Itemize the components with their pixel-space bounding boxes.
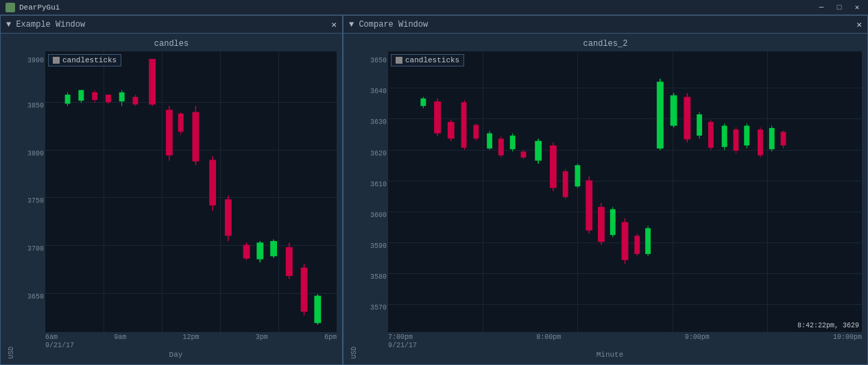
minimize-button[interactable]: ─ [816, 3, 827, 12]
svg-rect-19 [192, 112, 199, 162]
svg-rect-83 [708, 122, 714, 148]
app-icon [5, 3, 15, 12]
left-chart-container: candles USD 3900 3850 3800 3750 3700 365… [1, 34, 342, 364]
y-tick-3640: 3640 [370, 88, 387, 95]
right-x-tick-900pm: 9:00pm [685, 333, 710, 341]
right-y-axis: 3650 3640 3630 3620 3610 3600 3590 3580 … [358, 51, 388, 332]
example-window-close[interactable]: ✕ [331, 19, 337, 30]
svg-rect-41 [448, 122, 455, 138]
svg-rect-55 [535, 141, 542, 161]
y-tick-3600: 3600 [370, 212, 387, 219]
svg-rect-61 [575, 165, 580, 186]
left-x-date: 9/21/17 [45, 342, 74, 349]
left-x-label: Day [15, 351, 337, 359]
left-x-axis: 6am 9am 12pm 3pm 6pm [15, 332, 337, 341]
svg-rect-79 [684, 97, 690, 139]
example-window-titlebar: ▼ Example Window ✕ [1, 16, 342, 34]
y-tick-3630: 3630 [370, 118, 387, 126]
svg-rect-1 [65, 95, 71, 103]
left-x-date-row: 9/21/17 . [15, 342, 337, 349]
svg-rect-73 [645, 228, 651, 254]
svg-rect-45 [473, 125, 479, 138]
right-x-tick-700pm: 7:00pm [388, 333, 413, 341]
svg-rect-53 [520, 151, 526, 158]
y-tick-3800: 3800 [27, 150, 44, 158]
compare-window-titlebar: ▼ Compare Window ✕ [343, 16, 867, 34]
right-x-axis: 7:00pm 8:00pm 9:00pm 10:00pm [358, 332, 862, 341]
svg-rect-9 [119, 92, 125, 101]
left-y-axis: 3900 3850 3800 3750 3700 3650 [15, 51, 45, 332]
maximize-button[interactable]: □ [834, 3, 845, 12]
main-area: ▼ Example Window ✕ candles USD 3900 3850… [0, 15, 868, 365]
svg-rect-69 [622, 222, 629, 260]
svg-rect-15 [166, 110, 173, 155]
compare-window-close[interactable]: ✕ [856, 19, 862, 30]
svg-rect-63 [586, 180, 592, 230]
app-title: DearPyGui [19, 3, 60, 12]
svg-rect-21 [209, 160, 216, 205]
y-tick-3570: 3570 [370, 304, 387, 312]
left-legend: candlesticks [48, 54, 121, 66]
svg-rect-37 [420, 99, 426, 106]
svg-rect-95 [781, 131, 786, 145]
left-chart-title: candles [6, 39, 337, 49]
right-chart-area: USD 3650 3640 3630 3620 3610 3600 3590 3… [349, 51, 862, 359]
right-x-label: Minute [358, 351, 862, 359]
svg-rect-29 [270, 241, 277, 256]
window-controls: ─ □ ✕ [816, 3, 863, 12]
svg-rect-25 [243, 245, 250, 259]
y-tick-3850: 3850 [27, 102, 44, 110]
svg-rect-49 [498, 138, 504, 155]
svg-rect-47 [487, 134, 492, 149]
left-x-tick-6pm: 6pm [324, 333, 337, 341]
right-legend-color [396, 57, 402, 64]
svg-rect-65 [598, 207, 605, 242]
svg-rect-71 [634, 236, 640, 254]
left-chart-area: USD 3900 3850 3800 3750 3700 3650 [6, 51, 337, 359]
y-tick-3610: 3610 [370, 181, 387, 188]
svg-rect-59 [563, 171, 568, 197]
right-chart-title: candles_2 [349, 39, 862, 49]
right-legend-label: candlesticks [405, 56, 459, 64]
y-tick-3900: 3900 [27, 57, 44, 64]
y-tick-3590: 3590 [370, 242, 387, 250]
right-y-axis-label: USD [349, 51, 358, 359]
svg-rect-67 [610, 209, 616, 235]
svg-rect-57 [550, 145, 557, 188]
svg-rect-81 [697, 114, 702, 136]
right-x-tick-1000pm: 10:00pm [833, 333, 862, 341]
svg-rect-7 [106, 95, 111, 102]
left-plot-box: candlesticks [45, 51, 337, 332]
compare-window-title: ▼ Compare Window [349, 20, 428, 29]
svg-rect-87 [733, 129, 738, 151]
close-button[interactable]: ✕ [852, 3, 863, 12]
svg-rect-13 [149, 59, 156, 104]
example-window: ▼ Example Window ✕ candles USD 3900 3850… [0, 15, 343, 365]
left-legend-label: candlesticks [62, 56, 117, 64]
left-x-tick-9am: 9am [114, 333, 126, 341]
compare-window: ▼ Compare Window ✕ candles_2 USD 3650 36… [343, 15, 868, 365]
svg-rect-27 [256, 242, 263, 259]
svg-rect-91 [758, 129, 763, 155]
svg-rect-17 [178, 114, 184, 132]
svg-rect-35 [314, 296, 321, 323]
svg-rect-33 [301, 268, 308, 312]
right-chart-container: candles_2 USD 3650 3640 3630 3620 3610 3… [343, 34, 867, 364]
svg-rect-39 [434, 101, 441, 134]
left-x-tick-3pm: 3pm [256, 333, 268, 341]
svg-rect-23 [225, 199, 232, 236]
svg-rect-77 [671, 95, 677, 125]
example-window-title: ▼ Example Window [6, 20, 85, 29]
svg-rect-51 [510, 136, 516, 149]
svg-rect-43 [461, 102, 467, 147]
svg-rect-3 [78, 90, 84, 101]
app-titlebar: DearPyGui ─ □ ✕ [0, 0, 868, 15]
right-x-date: 9/21/17 [388, 342, 417, 349]
svg-rect-5 [92, 92, 97, 100]
svg-rect-11 [133, 97, 138, 104]
left-x-tick-12pm: 12pm [182, 333, 199, 341]
right-plot-box: candlesticks 8:42:22pm, 3629 [388, 51, 862, 332]
left-candles-svg [45, 51, 337, 332]
left-y-axis-label: USD [6, 51, 15, 359]
right-legend: candlesticks [391, 54, 464, 66]
